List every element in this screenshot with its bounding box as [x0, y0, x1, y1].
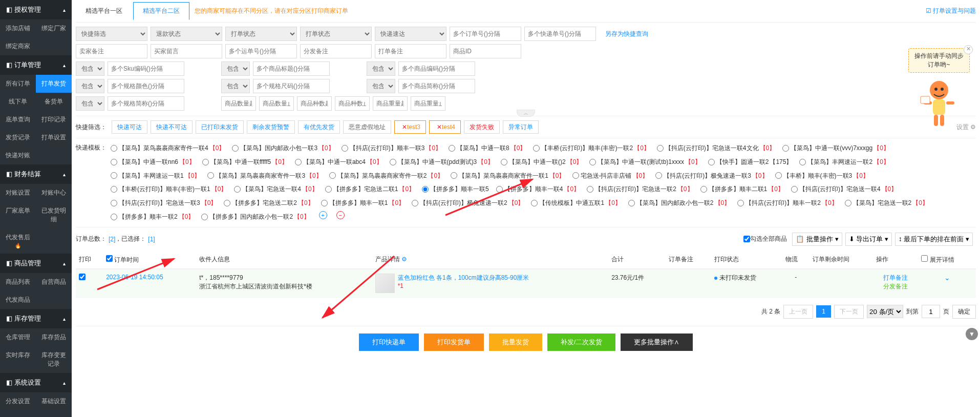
nav-group-header[interactable]: ◧ 财务结算▴	[0, 164, 72, 184]
header-checkbox[interactable]	[106, 255, 113, 262]
contains-select[interactable]: 包含	[367, 79, 395, 93]
filter-input[interactable]	[108, 79, 184, 93]
op-dispatch-remark[interactable]: 分发备注	[876, 282, 915, 291]
template-radio[interactable]: 【快手】圆通一联2【175】	[708, 156, 793, 168]
template-radio[interactable]: 【菜鸟】宅急送一联2【0】	[845, 197, 928, 209]
template-radio[interactable]: 【菜鸟】菜鸟裹裹商家寄件一联4【0】	[111, 142, 225, 154]
contains-select[interactable]: 包含	[76, 61, 104, 76]
sidebar-item[interactable]: 分发设置	[0, 392, 36, 410]
export-orders-dropdown[interactable]: ⬇ 导出订单 ▾	[845, 233, 892, 246]
sidebar-item[interactable]: 添加店铺	[0, 19, 36, 37]
filter-input[interactable]	[108, 96, 184, 111]
filter-input[interactable]	[259, 96, 294, 111]
sidebar-item[interactable]: 厂家底单	[0, 202, 36, 228]
template-radio[interactable]: 【拼多多】顺丰二联1【0】	[700, 183, 784, 195]
select-all-goods-checkbox[interactable]: 勾选全部商品	[743, 235, 787, 243]
nav-group-header[interactable]: ◧ 订单管理▴	[0, 55, 72, 75]
quick-filter-chip[interactable]: 快递不可达	[151, 120, 193, 134]
batch-ops-dropdown[interactable]: 📋 批量操作 ▾	[792, 233, 842, 246]
contains-select[interactable]: 包含	[76, 96, 104, 111]
template-radio[interactable]: 【菜鸟】菜鸟裹裹商家寄件一联1【0】	[451, 170, 565, 182]
sidebar-item[interactable]: 发货记录	[0, 129, 36, 147]
chip-delete-icon[interactable]: ✕	[437, 123, 442, 131]
sort-dropdown[interactable]: ↕ 最后下单的排在前面 ▾	[895, 233, 973, 246]
print-settings-link[interactable]: ☑ 打单设置与问题	[926, 7, 976, 15]
filter-input[interactable]	[300, 44, 372, 58]
filter-input[interactable]	[411, 96, 445, 111]
pagination-prev[interactable]: 上一页	[783, 305, 813, 319]
template-radio[interactable]: 【菜鸟】国内邮政小包一联3【0】	[232, 142, 334, 154]
template-radio[interactable]: 【拼多多】宅急送二联2【0】	[224, 197, 313, 209]
template-radio[interactable]: 【拼多多】宅急送二联1【0】	[325, 183, 415, 195]
template-radio[interactable]: 【菜鸟】菜鸟裹裹商家寄件一联2【0】	[329, 170, 443, 182]
sidebar-item[interactable]: 打单发货	[36, 75, 72, 93]
filter-select[interactable]: 快捷筛选	[76, 27, 147, 41]
sidebar-item[interactable]: 库存货品	[36, 328, 72, 346]
sidebar-item[interactable]: 实时库存	[0, 346, 36, 373]
quick-filter-chip[interactable]: ✕test3	[394, 120, 426, 134]
sidebar-item[interactable]: 打单设置	[36, 129, 72, 147]
filter-input[interactable]	[253, 79, 330, 93]
quick-filter-chip[interactable]: 发货失败	[464, 120, 500, 134]
template-remove-button[interactable]: −	[336, 211, 345, 219]
filter-input[interactable]	[108, 61, 184, 76]
sidebar-item[interactable]: 线下单	[0, 93, 36, 111]
template-radio[interactable]: 【传统模板】中通五联1【0】	[531, 197, 621, 209]
filter-select[interactable]: 打单状态	[300, 27, 372, 41]
print-ship-button[interactable]: 打印发货单	[424, 333, 484, 351]
filter-input[interactable]	[76, 44, 147, 58]
expand-row-icon[interactable]: ⌄	[944, 274, 950, 282]
scroll-down-button[interactable]: ▼	[966, 328, 978, 340]
sidebar-item[interactable]: 备货单	[36, 93, 72, 111]
contains-select[interactable]: 包含	[221, 79, 250, 93]
sidebar-item[interactable]: 快递对账	[0, 147, 36, 164]
expand-all-checkbox[interactable]	[921, 255, 928, 262]
template-radio[interactable]: 【丰桥(云打印)】顺丰(丰密)一联1【0】	[111, 183, 227, 195]
template-radio[interactable]: 【菜鸟】中通一联()2【0】	[501, 156, 582, 168]
tab-zone-1[interactable]: 精选平台一区	[76, 2, 132, 20]
quick-save-link[interactable]: 另存为快捷查询	[605, 30, 648, 38]
sidebar-item[interactable]: 打印记录	[36, 111, 72, 129]
template-radio[interactable]: 【抖店(云打印)】顺丰一联3【0】	[342, 142, 441, 154]
template-radio[interactable]: 【抖店(云打印)】极兔速递一联3【0】	[655, 170, 768, 182]
template-add-button[interactable]: +	[319, 211, 327, 219]
filter-input[interactable]	[450, 27, 521, 41]
contains-select[interactable]: 包含	[367, 61, 395, 76]
more-batch-button[interactable]: 更多批量操作∧	[621, 333, 693, 351]
template-radio[interactable]: 【菜鸟】中通一联(pdd测试)3【0】	[390, 156, 494, 168]
filter-select[interactable]: 打单状态	[225, 27, 297, 41]
template-radio[interactable]: 【菜鸟】丰网速运一联1【0】	[111, 170, 200, 182]
contains-select[interactable]: 包含	[76, 79, 104, 93]
sidebar-item[interactable]: 仓库管理	[0, 328, 36, 346]
print-express-button[interactable]: 打印快递单	[359, 333, 419, 351]
filter-input[interactable]	[373, 96, 408, 111]
nav-group-header[interactable]: ◧ 系统设置▴	[0, 373, 72, 392]
filter-input[interactable]	[524, 27, 596, 41]
close-icon[interactable]: ✕	[964, 45, 973, 54]
quick-filter-chip[interactable]: 快递可达	[112, 120, 147, 134]
switch-version-button[interactable]: 切换新版本	[0, 410, 72, 417]
nav-group-header[interactable]: ◧ 授权管理▴	[0, 0, 72, 19]
sidebar-item[interactable]: 对账中心	[36, 184, 72, 202]
filter-input[interactable]	[398, 61, 475, 76]
template-radio[interactable]: 【菜鸟】国内邮政小包一联2【0】	[628, 197, 730, 209]
quick-filter-chip[interactable]: 异常订单	[503, 120, 539, 134]
template-radio[interactable]: 宅急送-抖店非店铺【0】	[572, 170, 649, 182]
sidebar-item[interactable]: 已发货明细	[36, 202, 72, 228]
op-print-remark[interactable]: 打单备注	[876, 274, 915, 282]
filter-select[interactable]: 快递速达	[375, 27, 446, 41]
quick-filter-chip[interactable]: 有优先发货	[298, 120, 340, 134]
template-radio[interactable]: 【抖店(云打印)】宅急送一联4文化【0】	[657, 142, 775, 154]
template-radio[interactable]: 【丰桥】顺丰(丰密)一联3【0】	[775, 170, 869, 182]
pagination-page-1[interactable]: 1	[816, 305, 831, 318]
filter-input[interactable]	[297, 96, 332, 111]
quick-filter-chip[interactable]: 已打印未发货	[196, 120, 244, 134]
nav-group-header[interactable]: ◧ 商品管理▴	[0, 254, 72, 273]
template-radio[interactable]: 【菜鸟】菜鸟裹裹商家寄件一联3【0】	[207, 170, 322, 182]
filter-input[interactable]	[335, 96, 370, 111]
nav-group-header[interactable]: ◧ 库存管理▴	[0, 309, 72, 328]
template-radio[interactable]: 【菜鸟】中通一联(vvv)7xxxgg【0】	[782, 142, 889, 154]
template-radio[interactable]: 【菜鸟】宅急送一联4【0】	[234, 183, 317, 195]
quick-filter-chip[interactable]: 恶意虚假地址	[343, 120, 391, 134]
template-radio[interactable]: 【抖店(云打印)】极兔速递一联2【0】	[412, 197, 524, 209]
